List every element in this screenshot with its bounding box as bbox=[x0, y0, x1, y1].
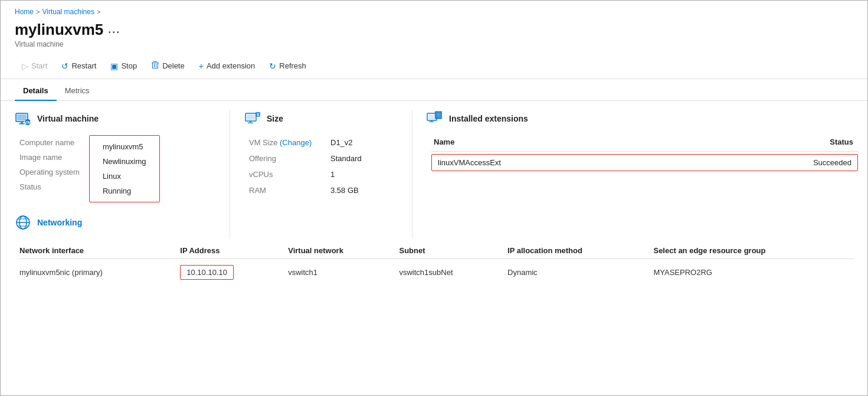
vm-value-1: Newlinuximg bbox=[98, 154, 151, 169]
breadcrumb: Home > Virtual machines > bbox=[1, 1, 867, 18]
add-extension-icon: + bbox=[199, 61, 204, 71]
svg-rect-2 bbox=[152, 63, 153, 68]
stop-icon: ▣ bbox=[110, 61, 118, 71]
extensions-section-title: Installed extensions bbox=[449, 114, 528, 123]
vm-value-3: Running bbox=[98, 184, 151, 198]
size-section-title: Size bbox=[267, 114, 283, 123]
size-value-1: Standard bbox=[326, 151, 398, 166]
restart-label: Restart bbox=[71, 61, 96, 70]
vm-size-change-link[interactable]: (Change) bbox=[280, 138, 312, 147]
vm-value-0: mylinuxvm5 bbox=[98, 139, 151, 154]
net-col-vnet: Virtual network bbox=[288, 244, 399, 259]
net-col-alloc: IP allocation method bbox=[507, 244, 653, 259]
refresh-icon: ↻ bbox=[269, 61, 276, 71]
networking-title: Networking bbox=[37, 218, 82, 227]
networking-section: Networking bbox=[15, 214, 215, 231]
net-row-0: mylinuxvm5nic (primary) 10.10.10.10 vswi… bbox=[19, 259, 853, 284]
net-ip-value: 10.10.10.10 bbox=[186, 268, 227, 277]
sections-row: VM Virtual machine Computer name Image n… bbox=[15, 110, 853, 239]
vm-icon: VM bbox=[15, 110, 31, 127]
size-label-3: RAM bbox=[249, 183, 326, 198]
add-extension-label: Add extension bbox=[207, 61, 255, 70]
start-label: Start bbox=[31, 61, 47, 70]
ext-col-name: Name bbox=[431, 135, 636, 152]
svg-rect-4 bbox=[152, 68, 158, 68]
extensions-table: Name Status linuxVMAccessExt Succeeded bbox=[431, 135, 858, 174]
stop-button[interactable]: ▣ Stop bbox=[103, 58, 144, 74]
start-icon: ▷ bbox=[22, 61, 28, 71]
add-extension-button[interactable]: + Add extension bbox=[192, 58, 263, 74]
vm-label-1: Image name bbox=[19, 150, 80, 165]
net-cell-alloc: Dynamic bbox=[507, 259, 653, 284]
ext-name-0: linuxVMAccessExt bbox=[438, 158, 501, 167]
ext-row-box: linuxVMAccessExt Succeeded bbox=[431, 154, 858, 171]
tab-details[interactable]: Details bbox=[15, 81, 57, 101]
vm-section-title: Virtual machine bbox=[37, 114, 99, 123]
net-cell-rg: MYASEPRO2RG bbox=[653, 259, 853, 284]
tabs-area: Details Metrics bbox=[1, 81, 867, 101]
svg-rect-21 bbox=[250, 121, 251, 123]
page-title: mylinuxvm5 ... bbox=[15, 21, 853, 39]
net-cell-ip: 10.10.10.10 bbox=[180, 259, 288, 284]
divider-1 bbox=[230, 110, 230, 239]
networking-table: Network interface IP Address Virtual net… bbox=[19, 244, 853, 283]
restart-icon: ↺ bbox=[61, 61, 68, 71]
toolbar: ▷ Start ↺ Restart ▣ Stop bbox=[1, 53, 867, 79]
svg-rect-20 bbox=[247, 114, 255, 120]
size-label-0: VM Size (Change) bbox=[249, 135, 326, 150]
restart-button[interactable]: ↺ Restart bbox=[54, 58, 103, 74]
svg-rect-30 bbox=[436, 113, 441, 117]
vm-section-header: VM Virtual machine bbox=[15, 110, 215, 127]
svg-text:S: S bbox=[257, 113, 260, 117]
net-cell-subnet: vswitch1subNet bbox=[399, 259, 507, 284]
vm-label-2: Operating system bbox=[19, 165, 80, 179]
ext-row-0: linuxVMAccessExt Succeeded bbox=[431, 152, 858, 174]
refresh-button[interactable]: ↻ Refresh bbox=[262, 58, 313, 74]
net-col-rg: Select an edge resource group bbox=[653, 244, 853, 259]
breadcrumb-vms[interactable]: Virtual machines bbox=[42, 8, 94, 16]
net-col-interface: Network interface bbox=[19, 244, 180, 259]
svg-rect-22 bbox=[248, 123, 253, 123]
delete-label: Delete bbox=[162, 61, 185, 70]
start-button[interactable]: ▷ Start bbox=[15, 58, 54, 74]
vm-labels: Computer name Image name Operating syste… bbox=[19, 135, 80, 202]
vm-values-box-wrapper: mylinuxvm5 Newlinuximg Linux Running bbox=[89, 135, 160, 202]
tab-metrics[interactable]: Metrics bbox=[57, 81, 98, 101]
size-details: VM Size (Change) D1_v2 Offering Standard… bbox=[249, 135, 398, 198]
breadcrumb-home[interactable]: Home bbox=[15, 8, 34, 16]
size-label-1: Offering bbox=[249, 151, 326, 166]
delete-icon bbox=[151, 61, 159, 71]
networking-icon bbox=[15, 214, 31, 231]
size-section-header: S Size bbox=[244, 110, 398, 127]
net-col-ip: IP Address bbox=[180, 244, 288, 259]
extensions-section: Installed extensions Name Status bbox=[427, 110, 853, 174]
extensions-section-header: Installed extensions bbox=[427, 110, 853, 127]
delete-button[interactable]: Delete bbox=[144, 58, 192, 74]
svg-rect-1 bbox=[153, 61, 157, 62]
size-icon: S bbox=[244, 110, 261, 127]
size-value-2: 1 bbox=[326, 167, 398, 182]
vm-label-0: Computer name bbox=[19, 135, 80, 150]
net-col-subnet: Subnet bbox=[399, 244, 507, 259]
extensions-icon bbox=[427, 110, 443, 127]
vm-details: Computer name Image name Operating syste… bbox=[19, 135, 215, 202]
networking-table-area: Network interface IP Address Virtual net… bbox=[19, 244, 853, 283]
svg-rect-3 bbox=[158, 63, 158, 68]
ext-status-0: Succeeded bbox=[813, 158, 851, 167]
page-subtitle: Virtual machine bbox=[15, 40, 853, 48]
more-options-button[interactable]: ... bbox=[108, 24, 120, 36]
svg-rect-5 bbox=[154, 64, 155, 67]
stop-label: Stop bbox=[121, 61, 137, 70]
divider-2 bbox=[412, 110, 412, 239]
size-section: S Size VM Size (Change) D1_v2 Offering S… bbox=[244, 110, 398, 198]
vm-value-2: Linux bbox=[98, 169, 151, 184]
svg-rect-6 bbox=[156, 64, 156, 67]
page-title-area: mylinuxvm5 ... Virtual machine bbox=[1, 18, 867, 53]
vm-section: VM Virtual machine Computer name Image n… bbox=[15, 110, 215, 239]
net-ip-box: 10.10.10.10 bbox=[180, 265, 234, 280]
svg-rect-28 bbox=[429, 122, 434, 122]
page-title-text: mylinuxvm5 bbox=[15, 21, 103, 39]
svg-rect-26 bbox=[428, 114, 435, 119]
svg-text:VM: VM bbox=[24, 120, 31, 125]
net-cell-interface: mylinuxvm5nic (primary) bbox=[19, 259, 180, 284]
